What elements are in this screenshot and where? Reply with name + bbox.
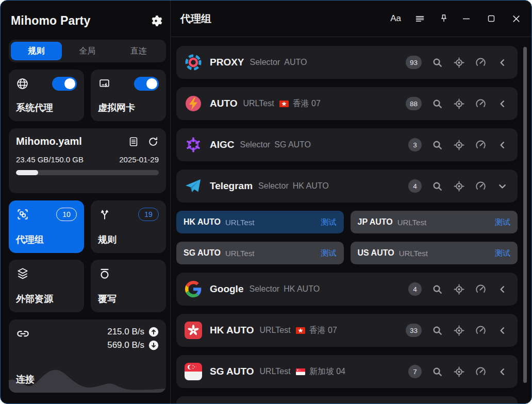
hk-flag-icon bbox=[296, 327, 305, 334]
group-name: Telegram bbox=[210, 180, 253, 192]
system-proxy-toggle[interactable] bbox=[52, 77, 77, 91]
virtual-nic-label: 虚拟网卡 bbox=[98, 102, 159, 114]
group-name: AUTO bbox=[210, 98, 237, 109]
openai-icon bbox=[185, 136, 202, 154]
group-name: AIGC bbox=[210, 139, 235, 150]
proxy-group-row-partial[interactable] bbox=[176, 396, 518, 403]
font-size-button[interactable]: Aa bbox=[390, 13, 401, 24]
node-count-badge: 7 bbox=[408, 365, 422, 378]
node-name: JP AUTO bbox=[358, 217, 393, 227]
hk-flag-icon bbox=[279, 100, 289, 107]
proxy-group-list: PROXY Selector AUTO 93 AUTO URLTest 香港 0… bbox=[171, 38, 531, 403]
locate-icon[interactable] bbox=[453, 283, 465, 295]
search-icon[interactable] bbox=[431, 57, 443, 69]
search-icon[interactable] bbox=[431, 283, 443, 295]
chevron-left-icon[interactable] bbox=[496, 57, 508, 69]
auto-bolt-icon bbox=[185, 95, 202, 112]
speedtest-icon[interactable] bbox=[475, 139, 487, 151]
node-item-us-auto[interactable]: US AUTO URLTest 测试 bbox=[351, 242, 518, 264]
search-icon[interactable] bbox=[431, 180, 443, 192]
group-name: PROXY bbox=[210, 57, 244, 68]
sidebar-header: Mihomo Party bbox=[11, 9, 163, 32]
chevron-left-icon[interactable] bbox=[496, 366, 508, 378]
group-name: Google bbox=[210, 283, 243, 295]
proxy-group-row[interactable]: HK AUTO URLTest 香港 07 33 bbox=[176, 314, 518, 347]
node-name: US AUTO bbox=[358, 248, 394, 258]
group-current-node: HK AUTO bbox=[284, 284, 320, 294]
node-item-hk-auto[interactable]: HK AUTO URLTest 测试 bbox=[176, 211, 344, 233]
group-current-node: HK AUTO bbox=[293, 181, 329, 191]
google-icon bbox=[185, 280, 202, 298]
locate-icon[interactable] bbox=[453, 180, 465, 192]
tab-rule-mode[interactable]: 规则 bbox=[11, 42, 62, 60]
upload-speed: 215.0 B/s bbox=[107, 327, 144, 337]
edit-file-icon[interactable] bbox=[128, 136, 139, 147]
speedtest-icon[interactable] bbox=[475, 325, 487, 336]
locate-icon[interactable] bbox=[453, 325, 465, 336]
group-name: HK AUTO bbox=[210, 325, 254, 336]
speedtest-icon[interactable] bbox=[475, 180, 487, 192]
minimize-button[interactable] bbox=[462, 15, 470, 23]
sidebar-item-override[interactable]: 覆写 bbox=[91, 260, 166, 312]
telegram-icon bbox=[185, 177, 202, 195]
search-icon[interactable] bbox=[431, 139, 443, 151]
node-type: URLTest bbox=[399, 249, 428, 258]
node-type: URLTest bbox=[225, 249, 254, 258]
locate-icon[interactable] bbox=[453, 57, 465, 69]
node-name: HK AUTO bbox=[184, 217, 221, 227]
search-icon[interactable] bbox=[431, 366, 443, 378]
test-delay-button[interactable]: 测试 bbox=[321, 248, 337, 258]
profile-card[interactable]: Mihomo.yaml 23.45 GB/150.0 GB 2025-01-29 bbox=[9, 128, 166, 193]
chevron-left-icon[interactable] bbox=[496, 325, 508, 336]
proxy-group-row[interactable]: Google Selector HK AUTO 4 bbox=[176, 273, 518, 306]
proxy-group-row[interactable]: AIGC Selector SG AUTO 3 bbox=[176, 128, 518, 161]
chevron-left-icon[interactable] bbox=[496, 98, 508, 110]
speedtest-icon[interactable] bbox=[475, 57, 487, 69]
tab-global-mode[interactable]: 全局 bbox=[62, 42, 113, 60]
node-count-badge: 4 bbox=[408, 179, 422, 193]
locate-icon[interactable] bbox=[453, 139, 465, 151]
speedtest-icon[interactable] bbox=[475, 366, 487, 378]
speedtest-icon[interactable] bbox=[475, 98, 487, 110]
sidebar-item-resources[interactable]: 外部资源 bbox=[9, 260, 84, 312]
proxy-group-row-expanded[interactable]: Telegram Selector HK AUTO 4 bbox=[176, 170, 518, 203]
search-icon[interactable] bbox=[431, 98, 443, 110]
maximize-button[interactable] bbox=[488, 15, 495, 22]
text-lines-icon[interactable] bbox=[414, 13, 425, 24]
group-name: SG AUTO bbox=[210, 366, 254, 377]
node-item-jp-auto[interactable]: JP AUTO URLTest 测试 bbox=[351, 211, 518, 233]
download-speed: 569.0 B/s bbox=[107, 340, 144, 350]
sidebar-item-proxy-groups[interactable]: 10 代理组 bbox=[9, 200, 84, 253]
test-delay-button[interactable]: 测试 bbox=[495, 217, 510, 227]
profile-name: Mihomo.yaml bbox=[16, 136, 82, 147]
proxy-group-row[interactable]: PROXY Selector AUTO 93 bbox=[176, 46, 518, 79]
chevron-left-icon[interactable] bbox=[496, 283, 508, 295]
proxy-group-row[interactable]: SG AUTO URLTest 新加坡 04 7 bbox=[176, 355, 518, 388]
chevron-down-icon[interactable] bbox=[496, 180, 508, 192]
scrollbar-thumb[interactable] bbox=[523, 47, 527, 383]
pin-icon[interactable] bbox=[439, 13, 449, 24]
node-item-sg-auto[interactable]: SG AUTO URLTest 测试 bbox=[176, 242, 344, 264]
system-proxy-label: 系统代理 bbox=[16, 102, 77, 114]
hk-flag-icon bbox=[185, 322, 202, 339]
tab-direct-mode[interactable]: 直连 bbox=[113, 42, 164, 60]
sidebar-item-rules[interactable]: 19 规则 bbox=[91, 200, 166, 253]
search-icon[interactable] bbox=[431, 325, 443, 336]
test-delay-button[interactable]: 测试 bbox=[321, 217, 337, 227]
group-type: URLTest bbox=[260, 367, 291, 376]
locate-icon[interactable] bbox=[453, 98, 465, 110]
virtual-nic-card[interactable]: 虚拟网卡 bbox=[91, 70, 166, 121]
locate-icon[interactable] bbox=[453, 366, 465, 378]
virtual-nic-toggle[interactable] bbox=[134, 77, 159, 91]
group-type: URLTest bbox=[260, 326, 291, 335]
proxy-groups-label: 代理组 bbox=[16, 233, 77, 246]
connections-card[interactable]: 215.0 B/s 569.0 B/s 连接 bbox=[9, 319, 166, 393]
system-proxy-card[interactable]: 系统代理 bbox=[9, 70, 84, 121]
test-delay-button[interactable]: 测试 bbox=[495, 248, 510, 258]
speedtest-icon[interactable] bbox=[475, 283, 487, 295]
proxy-group-row[interactable]: AUTO URLTest 香港 07 88 bbox=[176, 87, 518, 120]
chevron-left-icon[interactable] bbox=[496, 139, 508, 151]
close-button[interactable] bbox=[512, 15, 520, 23]
settings-gear-icon[interactable] bbox=[149, 14, 163, 28]
refresh-icon[interactable] bbox=[147, 136, 159, 147]
